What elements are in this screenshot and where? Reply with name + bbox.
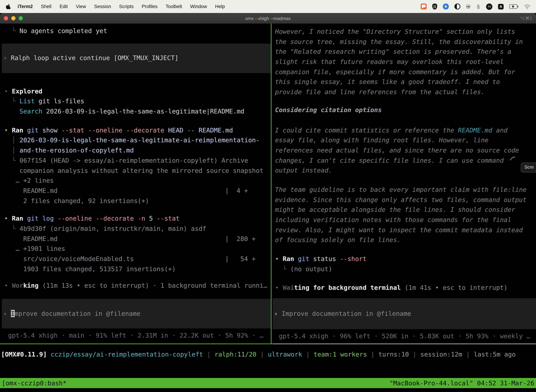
spacer [4,36,271,43]
terminal-line: │ and-the-erosion-of-copyleft.md [4,145,271,155]
text-segment: ralph:11/20 [215,350,256,358]
text-segment: show [38,126,61,134]
menu-item-shell[interactable]: Shell [41,4,52,9]
terminal-line: │ 2026-03-09-is-legal-the-same-as-legiti… [4,135,271,145]
menu-item-window[interactable]: Window [190,4,207,9]
text-segment: provide file and line references from th… [275,88,485,96]
battery-icon[interactable] [509,4,518,9]
text-segment: companion file, especially if more comme… [275,68,515,75]
terminal-line: └ 067f154 (HEAD -> essay/ai-reimplementa… [4,156,271,166]
tmux-host-clock: "MacBook-Pro-44.local" 04:52 31-Mar-26 [389,379,534,387]
text-segment: 2026-03-09-is-legal-the-same-as-legitima… [19,136,259,144]
menu-item-help[interactable]: Help [215,4,225,9]
apple-menu[interactable] [6,4,10,9]
spacer [4,206,271,214]
text-segment: README.md [4,187,57,194]
contrast-icon[interactable] [455,4,460,9]
messages-icon[interactable] [421,4,427,9]
tmux-status-bar: [omx-cczip0:bash* "MacBook-Pro-44.local"… [0,378,536,388]
text-segment: of focusing solely on file lines. [275,236,401,244]
spacer [275,293,536,298]
menu-item-edit[interactable]: Edit [60,4,68,9]
omx-status-line: [OMX#0.11.9] cczip/essay/ai-reimplementa… [1,350,516,359]
text-segment: including verification notes with those … [275,216,511,223]
terminal-line: slight risk that future readers may over… [275,57,536,67]
text-segment: Ran [12,215,23,222]
command-input[interactable]: › Improve documentation in @filename [273,298,536,329]
text-segment: README.md [458,126,492,134]
aligned-column: | 4 + [225,186,248,196]
squiggle-icon[interactable]: § [476,3,480,10]
menu-item-iterm2[interactable]: iTerm2 [18,4,33,9]
tmux-pane-left[interactable]: └ No agents completed yet› Ralph loop ac… [0,23,271,344]
menu-item-scripts[interactable]: Scripts [119,4,134,9]
command-input[interactable]: › Improve documentation in @filename [2,299,271,328]
pane-bottom-border-active [0,344,273,344]
text-segment: • [4,282,12,289]
text-segment: and [492,126,507,134]
spacer [4,328,271,331]
text-segment: No agents completed yet [19,27,107,34]
spacer [275,115,536,125]
spacer [4,117,271,125]
text-segment: | [203,350,215,358]
terminal-line: └ (no output) [275,264,536,274]
terminal-line: The team guideline is to back every impo… [275,185,536,195]
text-segment: | [256,350,268,358]
text-segment: └ [4,27,19,34]
bolt-glyph [444,5,447,9]
text-segment: › [274,310,282,317]
terminal-line: evidence. Since this change only affects… [275,195,536,205]
spark-icon[interactable] [443,4,449,9]
text-segment: └ [4,98,19,105]
menu-item-toolbelt[interactable]: Toolbelt [166,4,182,9]
text-segment: I [11,310,14,317]
text-segment: git log [27,215,54,222]
terminal-line: essay file, along with finding root file… [275,135,536,145]
text-segment: └ [4,157,19,164]
text-segment: (1m 41s • esc to interrupt) [401,284,507,291]
text-segment [294,255,298,262]
terminal-line: • Ran git show --stat --oneline --decora… [4,125,271,135]
terminal-line: including verification notes with those … [275,215,536,225]
window-shortcut-badge: ⌥⌘1 [520,16,532,21]
text-segment: … +1901 lines [4,245,65,252]
terminal-line: However, I noticed the "Directory Struct… [275,27,536,37]
menu-item-session[interactable]: Session [94,4,111,9]
window-title-bar[interactable]: omx --xhigh --madmax ⌥⌘1 [0,13,536,23]
menu-item-view[interactable]: View [76,4,86,9]
text-segment: last:5m ago [474,350,516,358]
menu-bar: iTerm2ShellEditViewSessionScriptsProfile… [0,0,536,13]
text-segment: git [298,255,309,262]
spacer [4,291,271,299]
text-segment: List [19,98,35,105]
tmux-pane-right[interactable]: However, I noticed the "Directory Struct… [272,23,536,344]
text-segment: 067f154 (HEAD -> essay/ai-reimplementati… [19,157,248,164]
text-segment: • [275,284,282,291]
text-segment: git [27,126,38,134]
pane-divider [271,23,272,344]
terminal-line: the source tree, missing the essay. Stil… [275,37,536,47]
text-segment: 5 [145,215,157,222]
text-segment: HEAD [164,126,187,134]
menu-item-profiles[interactable]: Profiles [142,4,158,9]
text-segment: ultrawork [268,350,302,358]
network-badge-icon[interactable]: .61 [486,3,492,10]
shield-grid-icon[interactable] [432,4,437,9]
text-segment: git ls-files [35,98,84,105]
terminal: └ No agents completed yet› Ralph loop ac… [0,23,536,392]
text-segment: | [302,350,314,358]
terminal-line: gpt-5.4 xhigh · main · 91% left · 2.31M … [4,331,271,341]
terminal-line: 1903 files changed, 513517 insertions(+) [4,264,271,274]
text-segment: • [4,126,12,134]
dots-grid-icon[interactable] [466,4,471,9]
text-segment: └ [275,265,290,273]
text-segment [54,215,58,222]
text-segment: └ [4,225,19,232]
text-segment: Wor [12,282,23,289]
tmux-session-label: [omx-cczip0:bash* [2,379,67,387]
wifi-icon[interactable] [524,4,530,9]
terminal-line: • Explored [4,86,271,96]
text-segment: slight risk that future readers may over… [275,58,504,65]
input-source-icon[interactable]: A [498,4,504,9]
